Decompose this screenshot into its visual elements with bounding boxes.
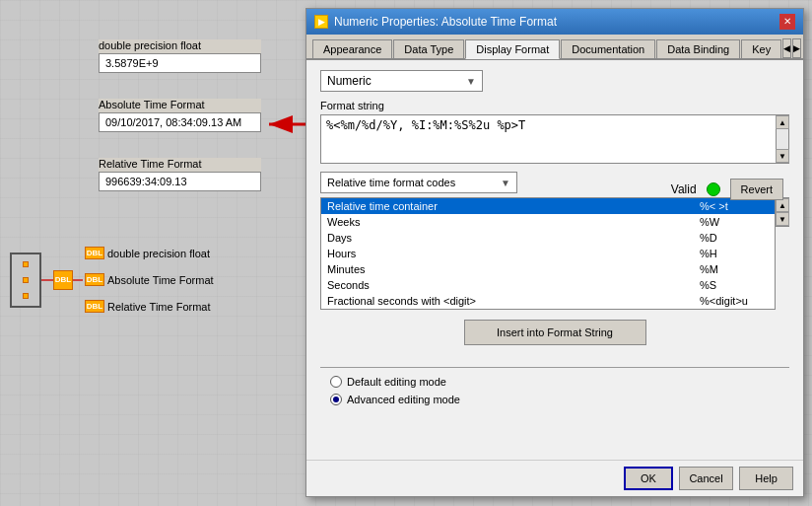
table-row-1[interactable]: Weeks %W (321, 214, 775, 230)
wire-2 (73, 279, 83, 281)
table-row-1-col1: Weeks (327, 216, 700, 228)
scroll-up-btn[interactable]: ▲ (776, 115, 789, 129)
radio-default-label: Default editing mode (347, 376, 446, 388)
cancel-button[interactable]: Cancel (679, 467, 733, 490)
table-row-6-col1: Fractional seconds with <digit> (327, 295, 700, 307)
table-row-0-col2: %< >t (700, 200, 769, 212)
help-button[interactable]: Help (739, 467, 793, 490)
table-row-5-col2: %S (700, 279, 769, 291)
tab-datatype[interactable]: Data Type (393, 39, 464, 58)
dbl-item-1: DBL Absolute Time Format (85, 273, 214, 286)
table-row-1-col2: %W (700, 216, 769, 228)
dbl-items: DBL double precision float DBL Absolute … (85, 247, 214, 313)
valid-label: Valid (671, 182, 697, 196)
table-row-5-col1: Seconds (327, 279, 700, 291)
value-block-relative: Relative Time Format 996639:34:09.13 (99, 158, 261, 191)
absolute-value: 09/10/2017, 08:34:09.13 AM (99, 112, 261, 132)
codes-dropdown-arrow: ▼ (501, 178, 510, 188)
dbl-label-2: Relative Time Format (107, 301, 211, 313)
codes-dropdown-value: Relative time format codes (327, 177, 455, 188)
dbl-tag-2: DBL (85, 300, 104, 313)
table-row-4-col1: Minutes (327, 263, 700, 275)
ok-button[interactable]: OK (624, 467, 673, 490)
double-label: double precision float (99, 39, 261, 51)
absolute-label: Absolute Time Format (99, 99, 261, 110)
table-row-4[interactable]: Minutes %M (321, 261, 775, 277)
dbl-item-0: DBL double precision float (85, 247, 214, 259)
dialog: ▶ Numeric Properties: Absolute Time Form… (305, 8, 804, 497)
tab-databinding[interactable]: Data Binding (656, 39, 740, 58)
numeric-dropdown-value: Numeric (327, 74, 372, 88)
dialog-icon: ▶ (314, 15, 328, 29)
format-table: Relative time container %< >t Weeks %W D… (320, 197, 776, 310)
table-scrollbar[interactable]: ▲ ▼ (776, 197, 789, 227)
scroll-track (777, 129, 788, 149)
radio-group: Default editing mode Advanced editing mo… (320, 376, 789, 405)
tab-bar: Appearance Data Type Display Format Docu… (306, 35, 803, 60)
divider (320, 367, 789, 368)
dbl-connector: DBL (53, 270, 73, 290)
dbl-item-2: DBL Relative Time Format (85, 300, 214, 313)
table-row-2-col2: %D (700, 232, 769, 244)
vi-panel: double precision float 3.5879E+9 Absolut… (0, 0, 310, 506)
table-row-6-col2: %<digit>u (700, 295, 769, 307)
dialog-titlebar: ▶ Numeric Properties: Absolute Time Form… (306, 9, 803, 35)
radio-default[interactable]: Default editing mode (330, 376, 789, 388)
dbl-label-0: double precision float (107, 248, 210, 259)
close-button[interactable]: ✕ (779, 14, 795, 30)
dbl-label-1: Absolute Time Format (107, 274, 214, 286)
table-scroll-down[interactable]: ▼ (776, 212, 789, 226)
table-row-4-col2: %M (700, 263, 769, 275)
table-row-2-col1: Days (327, 232, 700, 244)
table-row-3-col2: %H (700, 248, 769, 259)
tab-documentation[interactable]: Documentation (561, 39, 655, 58)
format-table-container: Relative time container %< >t Weeks %W D… (320, 197, 789, 310)
radio-advanced[interactable]: Advanced editing mode (330, 394, 789, 405)
relative-value: 996639:34:09.13 (99, 172, 261, 191)
valid-indicator (707, 182, 720, 196)
tab-next-btn[interactable]: ▶ (792, 38, 801, 58)
dialog-content: Numeric ▼ Format string %<%m/%d/%Y, %I:%… (306, 60, 803, 429)
block-diagram: DBL DBL double precision float DBL Absol… (10, 247, 214, 313)
table-row-5[interactable]: Seconds %S (321, 277, 775, 293)
tab-prev-btn[interactable]: ◀ (782, 38, 791, 58)
radio-default-btn[interactable] (330, 376, 342, 388)
relative-label: Relative Time Format (99, 158, 261, 170)
revert-button[interactable]: Revert (730, 179, 783, 200)
wire-1 (41, 279, 53, 281)
format-string-row: %<%m/%d/%Y, %I:%M:%S%2u %p>T ▲ ▼ (320, 114, 789, 164)
value-block-double: double precision float 3.5879E+9 (99, 39, 261, 73)
table-row-2[interactable]: Days %D (321, 230, 775, 246)
table-row-6[interactable]: Fractional seconds with <digit> %<digit>… (321, 293, 775, 309)
tab-appearance[interactable]: Appearance (312, 39, 392, 58)
numeric-dropdown[interactable]: Numeric ▼ (320, 70, 483, 92)
table-row-3-col1: Hours (327, 248, 700, 259)
dbl-tag-1: DBL (85, 273, 104, 286)
dbl-tag-0: DBL (85, 247, 104, 259)
dialog-title: Numeric Properties: Absolute Time Format (334, 15, 557, 29)
codes-dropdown[interactable]: Relative time format codes ▼ (320, 172, 517, 193)
double-value: 3.5879E+9 (99, 53, 261, 73)
insert-button[interactable]: Insert into Format String (464, 320, 646, 345)
radio-advanced-label: Advanced editing mode (347, 394, 460, 405)
scroll-down-btn[interactable]: ▼ (776, 149, 789, 163)
bottom-buttons: OK Cancel Help (306, 460, 803, 496)
numeric-dropdown-row: Numeric ▼ (320, 70, 789, 92)
tab-displayformat[interactable]: Display Format (465, 39, 560, 59)
format-string-scrollbar[interactable]: ▲ ▼ (776, 114, 789, 164)
value-block-absolute: Absolute Time Format 09/10/2017, 08:34:0… (99, 99, 261, 132)
table-scroll-up[interactable]: ▲ (776, 198, 789, 212)
table-row-3[interactable]: Hours %H (321, 246, 775, 261)
format-string-label: Format string (320, 100, 789, 111)
radio-advanced-btn[interactable] (330, 394, 342, 405)
tab-key[interactable]: Key (741, 39, 781, 58)
valid-row: Valid Revert (671, 179, 783, 200)
numeric-dropdown-arrow: ▼ (466, 76, 476, 87)
table-row-0[interactable]: Relative time container %< >t (321, 198, 775, 214)
table-row-0-col1: Relative time container (327, 200, 700, 212)
format-string-input[interactable]: %<%m/%d/%Y, %I:%M:%S%2u %p>T (320, 114, 776, 164)
dialog-title-left: ▶ Numeric Properties: Absolute Time Form… (314, 15, 557, 29)
vi-icon (10, 253, 41, 308)
